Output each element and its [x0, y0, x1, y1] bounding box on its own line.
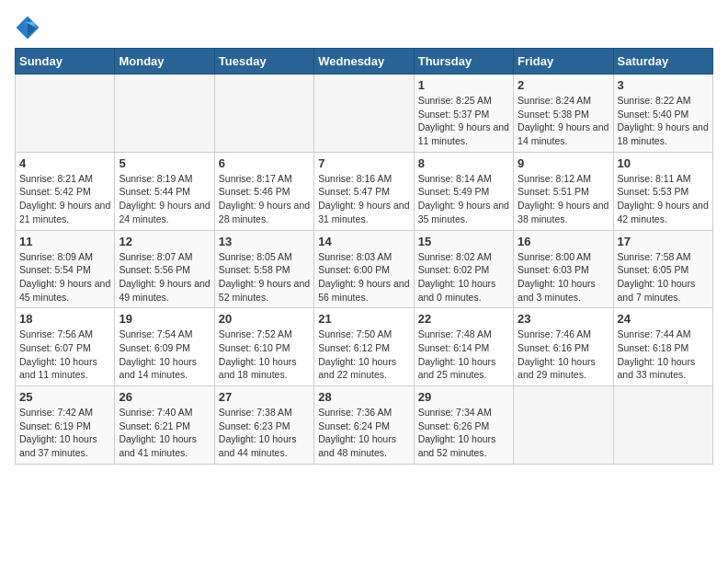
cell-info: Sunrise: 7:48 AM Sunset: 6:14 PM Dayligh…: [418, 327, 509, 382]
cell-info: Sunrise: 7:50 AM Sunset: 6:12 PM Dayligh…: [318, 327, 409, 382]
day-header-saturday: Saturday: [613, 49, 712, 75]
calendar-cell: 13Sunrise: 8:05 AM Sunset: 5:58 PM Dayli…: [214, 230, 313, 308]
cell-info: Sunrise: 7:42 AM Sunset: 6:19 PM Dayligh…: [19, 406, 110, 460]
calendar-week-row: 11Sunrise: 8:09 AM Sunset: 5:54 PM Dayli…: [16, 230, 713, 308]
calendar-week-row: 4Sunrise: 8:21 AM Sunset: 5:42 PM Daylig…: [16, 152, 713, 230]
day-number: 14: [318, 235, 409, 248]
calendar-cell: [214, 75, 313, 153]
calendar-cell: 5Sunrise: 8:19 AM Sunset: 5:44 PM Daylig…: [115, 152, 214, 230]
cell-info: Sunrise: 8:16 AM Sunset: 5:47 PM Dayligh…: [318, 172, 409, 226]
calendar-cell: 29Sunrise: 7:34 AM Sunset: 6:26 PM Dayli…: [414, 386, 513, 465]
calendar-cell: 16Sunrise: 8:00 AM Sunset: 6:03 PM Dayli…: [514, 230, 613, 308]
header: [15, 15, 713, 40]
cell-info: Sunrise: 8:24 AM Sunset: 5:38 PM Dayligh…: [518, 94, 609, 148]
calendar-cell: 27Sunrise: 7:38 AM Sunset: 6:23 PM Dayli…: [214, 386, 313, 465]
calendar-cell: 15Sunrise: 8:02 AM Sunset: 6:02 PM Dayli…: [414, 230, 513, 308]
day-number: 25: [19, 390, 110, 404]
day-number: 16: [518, 235, 609, 248]
day-number: 1: [418, 78, 509, 92]
cell-info: Sunrise: 7:44 AM Sunset: 6:18 PM Dayligh…: [618, 327, 709, 382]
calendar-cell: 14Sunrise: 8:03 AM Sunset: 6:00 PM Dayli…: [314, 230, 414, 308]
cell-info: Sunrise: 7:40 AM Sunset: 6:21 PM Dayligh…: [119, 406, 210, 460]
day-number: 15: [418, 235, 509, 248]
calendar-cell: [314, 75, 414, 153]
cell-info: Sunrise: 7:46 AM Sunset: 6:16 PM Dayligh…: [518, 327, 609, 382]
calendar-cell: 8Sunrise: 8:14 AM Sunset: 5:49 PM Daylig…: [414, 152, 513, 230]
calendar-cell: [16, 75, 115, 153]
calendar-header-row: SundayMondayTuesdayWednesdayThursdayFrid…: [16, 49, 713, 75]
cell-info: Sunrise: 7:52 AM Sunset: 6:10 PM Dayligh…: [219, 327, 310, 382]
day-number: 22: [418, 312, 509, 326]
cell-info: Sunrise: 8:02 AM Sunset: 6:02 PM Dayligh…: [418, 250, 509, 304]
cell-info: Sunrise: 8:00 AM Sunset: 6:03 PM Dayligh…: [518, 250, 609, 304]
day-number: 28: [318, 390, 409, 404]
cell-info: Sunrise: 8:07 AM Sunset: 5:56 PM Dayligh…: [119, 250, 210, 304]
calendar-cell: 7Sunrise: 8:16 AM Sunset: 5:47 PM Daylig…: [314, 152, 414, 230]
calendar-cell: [115, 75, 214, 153]
calendar-week-row: 18Sunrise: 7:56 AM Sunset: 6:07 PM Dayli…: [16, 308, 713, 386]
cell-info: Sunrise: 8:14 AM Sunset: 5:49 PM Dayligh…: [418, 172, 509, 226]
calendar-cell: 6Sunrise: 8:17 AM Sunset: 5:46 PM Daylig…: [214, 152, 313, 230]
cell-info: Sunrise: 7:54 AM Sunset: 6:09 PM Dayligh…: [119, 327, 210, 382]
calendar-cell: 9Sunrise: 8:12 AM Sunset: 5:51 PM Daylig…: [514, 152, 613, 230]
calendar-cell: 26Sunrise: 7:40 AM Sunset: 6:21 PM Dayli…: [115, 386, 214, 465]
calendar-cell: 19Sunrise: 7:54 AM Sunset: 6:09 PM Dayli…: [115, 308, 214, 386]
calendar-table: SundayMondayTuesdayWednesdayThursdayFrid…: [15, 48, 713, 465]
cell-info: Sunrise: 7:58 AM Sunset: 6:05 PM Dayligh…: [618, 250, 709, 304]
cell-info: Sunrise: 8:11 AM Sunset: 5:53 PM Dayligh…: [618, 172, 709, 226]
day-number: 4: [19, 156, 110, 170]
calendar-cell: 24Sunrise: 7:44 AM Sunset: 6:18 PM Dayli…: [613, 308, 712, 386]
calendar-cell: 28Sunrise: 7:36 AM Sunset: 6:24 PM Dayli…: [314, 386, 414, 465]
day-number: 9: [518, 156, 609, 170]
day-number: 19: [119, 312, 210, 326]
calendar-cell: [514, 386, 613, 465]
calendar-cell: 17Sunrise: 7:58 AM Sunset: 6:05 PM Dayli…: [613, 230, 712, 308]
cell-info: Sunrise: 8:12 AM Sunset: 5:51 PM Dayligh…: [518, 172, 609, 226]
calendar-cell: 25Sunrise: 7:42 AM Sunset: 6:19 PM Dayli…: [16, 386, 115, 465]
day-number: 11: [19, 235, 110, 248]
cell-info: Sunrise: 8:05 AM Sunset: 5:58 PM Dayligh…: [219, 250, 310, 304]
calendar-cell: 21Sunrise: 7:50 AM Sunset: 6:12 PM Dayli…: [314, 308, 414, 386]
cell-info: Sunrise: 8:21 AM Sunset: 5:42 PM Dayligh…: [19, 172, 110, 226]
day-number: 17: [618, 235, 709, 248]
day-number: 26: [119, 390, 210, 404]
day-number: 5: [119, 156, 210, 170]
calendar-cell: 18Sunrise: 7:56 AM Sunset: 6:07 PM Dayli…: [16, 308, 115, 386]
calendar-cell: 2Sunrise: 8:24 AM Sunset: 5:38 PM Daylig…: [514, 75, 613, 153]
day-number: 13: [219, 235, 310, 248]
calendar-cell: 1Sunrise: 8:25 AM Sunset: 5:37 PM Daylig…: [414, 75, 513, 153]
day-number: 18: [19, 312, 110, 326]
day-number: 8: [418, 156, 509, 170]
cell-info: Sunrise: 7:34 AM Sunset: 6:26 PM Dayligh…: [418, 406, 509, 460]
logo: [15, 15, 44, 40]
logo-icon: [15, 15, 40, 40]
day-number: 20: [219, 312, 310, 326]
cell-info: Sunrise: 8:17 AM Sunset: 5:46 PM Dayligh…: [219, 172, 310, 226]
cell-info: Sunrise: 7:56 AM Sunset: 6:07 PM Dayligh…: [19, 327, 110, 382]
cell-info: Sunrise: 8:25 AM Sunset: 5:37 PM Dayligh…: [418, 94, 509, 148]
cell-info: Sunrise: 8:09 AM Sunset: 5:54 PM Dayligh…: [19, 250, 110, 304]
cell-info: Sunrise: 8:03 AM Sunset: 6:00 PM Dayligh…: [318, 250, 409, 304]
calendar-cell: 22Sunrise: 7:48 AM Sunset: 6:14 PM Dayli…: [414, 308, 513, 386]
day-number: 10: [618, 156, 709, 170]
day-header-monday: Monday: [115, 49, 214, 75]
day-number: 7: [318, 156, 409, 170]
day-header-thursday: Thursday: [414, 49, 513, 75]
day-header-wednesday: Wednesday: [314, 49, 414, 75]
day-header-sunday: Sunday: [16, 49, 115, 75]
day-number: 6: [219, 156, 310, 170]
calendar-week-row: 1Sunrise: 8:25 AM Sunset: 5:37 PM Daylig…: [16, 75, 713, 153]
cell-info: Sunrise: 8:19 AM Sunset: 5:44 PM Dayligh…: [119, 172, 210, 226]
day-header-tuesday: Tuesday: [214, 49, 313, 75]
calendar-cell: 11Sunrise: 8:09 AM Sunset: 5:54 PM Dayli…: [16, 230, 115, 308]
day-number: 29: [418, 390, 509, 404]
calendar-cell: [613, 386, 712, 465]
calendar-week-row: 25Sunrise: 7:42 AM Sunset: 6:19 PM Dayli…: [16, 386, 713, 465]
day-number: 21: [318, 312, 409, 326]
cell-info: Sunrise: 7:36 AM Sunset: 6:24 PM Dayligh…: [318, 406, 409, 460]
day-number: 24: [618, 312, 709, 326]
day-number: 12: [119, 235, 210, 248]
calendar-cell: 23Sunrise: 7:46 AM Sunset: 6:16 PM Dayli…: [514, 308, 613, 386]
day-number: 3: [618, 78, 709, 92]
calendar-cell: 3Sunrise: 8:22 AM Sunset: 5:40 PM Daylig…: [613, 75, 712, 153]
